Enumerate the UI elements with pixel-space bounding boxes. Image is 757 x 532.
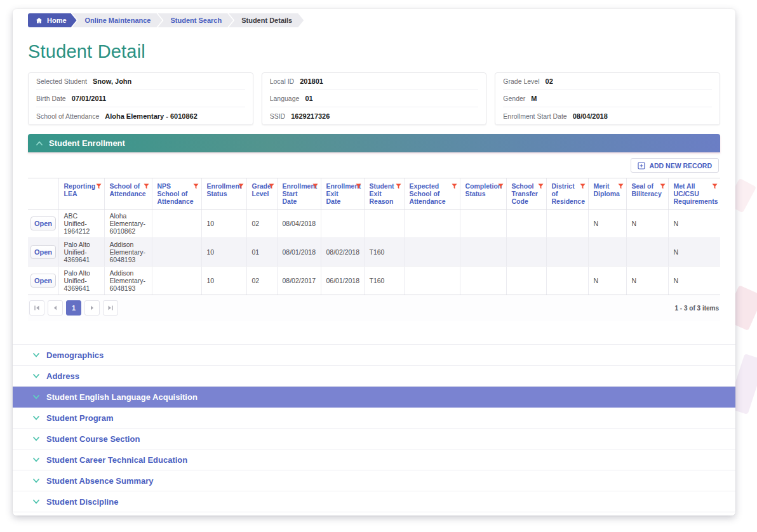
breadcrumb: Home Online Maintenance Student Search S… (28, 13, 720, 27)
column-header[interactable]: Met All UC/CSU Requirements (668, 178, 720, 209)
breadcrumb-online-maintenance[interactable]: Online Maintenance (72, 13, 163, 27)
section-student-absence-summary[interactable]: Student Absence Summary (13, 470, 735, 491)
column-header[interactable]: School of Attendance (104, 178, 152, 209)
field-value: 08/04/2018 (573, 112, 608, 120)
page-1-button[interactable]: 1 (66, 300, 81, 316)
chevron-down-icon (32, 478, 40, 484)
section-student-assessment[interactable]: Student Assessment (13, 512, 735, 515)
summary-item: Selected Student Snow, John (36, 73, 245, 90)
column-header[interactable]: Enrollment Status (201, 178, 246, 209)
breadcrumb-home-label: Home (47, 17, 67, 24)
cell (404, 209, 460, 238)
field-label: Selected Student (36, 77, 87, 85)
filter-icon[interactable] (96, 183, 102, 190)
cell (460, 209, 506, 238)
filter-icon[interactable] (580, 183, 586, 190)
cell: Addison Elementary-6048193 (104, 238, 152, 267)
field-label: Language (270, 95, 300, 102)
section-student-course-section[interactable]: Student Course Section (13, 429, 735, 449)
home-icon (36, 17, 43, 24)
cell: 10 (201, 209, 246, 238)
chevron-down-icon (32, 415, 40, 421)
field-label: SSID (270, 112, 286, 120)
column-header[interactable]: NPS School of Attendance (152, 178, 201, 209)
section-demographics[interactable]: Demographics (13, 345, 735, 366)
cell: N (588, 209, 626, 238)
filter-icon[interactable] (356, 183, 361, 190)
breadcrumb-student-details: Student Details (229, 13, 304, 27)
page-card: Home Online Maintenance Student Search S… (13, 9, 735, 515)
chevron-down-icon (32, 499, 40, 505)
open-cell: Open (28, 267, 58, 295)
header-row: Reporting LEA School of Attendance NPS S… (28, 178, 720, 209)
open-cell: Open (28, 238, 58, 267)
field-label: Gender (503, 95, 525, 102)
cell (546, 238, 588, 267)
field-value: 1629217326 (291, 112, 330, 120)
column-header[interactable]: Enrollment Exit Date (321, 178, 364, 209)
table-row: Open Palo Alto Unified-4369641 Addison E… (28, 267, 720, 295)
cell (364, 209, 404, 238)
next-page-button[interactable] (84, 300, 100, 316)
filter-icon[interactable] (498, 183, 504, 190)
filter-icon[interactable] (452, 183, 457, 190)
column-header[interactable]: Grade Level (246, 178, 277, 209)
summary-card-2: Local ID 201801 Language 01 SSID 1629217… (262, 72, 487, 125)
field-label: School of Attendance (36, 112, 99, 120)
field-value: 02 (546, 77, 553, 85)
field-value: 01 (305, 95, 312, 102)
table-row: Open ABC Unified-1964212 Aloha Elementar… (28, 209, 720, 238)
section-student-discipline[interactable]: Student Discipline (13, 491, 735, 512)
column-header[interactable]: Seal of Biliteracy (626, 178, 668, 209)
cell: N (588, 267, 626, 295)
open-button[interactable]: Open (30, 274, 56, 288)
column-header[interactable]: Completion Status (460, 178, 506, 209)
section-address[interactable]: Address (13, 366, 735, 387)
section-student-career-technical-education[interactable]: Student Career Technical Education (13, 449, 735, 470)
cell (404, 238, 460, 267)
chevron-down-icon (32, 394, 40, 400)
open-button[interactable]: Open (30, 245, 56, 259)
enrollment-table: Reporting LEA School of Attendance NPS S… (28, 178, 720, 295)
summary-card-1: Selected Student Snow, John Birth Date 0… (28, 72, 253, 125)
column-header[interactable]: Expected School of Attendance (404, 178, 460, 209)
cell (626, 238, 668, 267)
column-header[interactable]: School Transfer Code (506, 178, 546, 209)
cell: N (668, 267, 720, 295)
filter-icon[interactable] (712, 183, 718, 190)
column-label: School of Attendance (110, 182, 146, 197)
column-header[interactable]: District of Residence (546, 178, 588, 209)
cell: 06/01/2018 (321, 267, 364, 295)
filter-icon[interactable] (618, 183, 624, 190)
first-page-button[interactable] (29, 300, 44, 316)
breadcrumb-home[interactable]: Home (28, 13, 77, 27)
section-student-program[interactable]: Student Program (13, 408, 735, 429)
last-page-button[interactable] (103, 300, 118, 316)
cell (506, 238, 546, 267)
breadcrumb-student-search[interactable]: Student Search (157, 13, 233, 27)
cell: N (668, 209, 720, 238)
section-label: Student English Language Acquisition (46, 392, 198, 402)
field-label: Grade Level (503, 77, 539, 85)
filter-icon[interactable] (312, 183, 318, 190)
student-enrollment-header[interactable]: Student Enrollment (28, 134, 720, 152)
filter-icon[interactable] (269, 183, 274, 190)
section-student-english-language-acquisition[interactable]: Student English Language Acquisition (13, 387, 735, 408)
cell: 08/01/2018 (277, 238, 321, 267)
cell: N (626, 267, 668, 295)
column-header[interactable]: Merit Diploma (588, 178, 626, 209)
previous-page-button[interactable] (48, 300, 63, 316)
cell (588, 238, 626, 267)
column-header[interactable]: Reporting LEA (58, 178, 104, 209)
section-label: Address (46, 371, 79, 381)
filter-icon[interactable] (193, 183, 199, 190)
column-header[interactable]: Enrollment Start Date (277, 178, 321, 209)
open-button[interactable]: Open (30, 216, 56, 230)
filter-icon[interactable] (396, 183, 401, 190)
filter-icon[interactable] (144, 183, 149, 190)
filter-icon[interactable] (238, 183, 244, 190)
filter-icon[interactable] (538, 183, 544, 190)
add-new-record-button[interactable]: ADD NEW RECORD (631, 158, 719, 173)
column-header[interactable]: Student Exit Reason (364, 178, 404, 209)
filter-icon[interactable] (660, 183, 666, 190)
